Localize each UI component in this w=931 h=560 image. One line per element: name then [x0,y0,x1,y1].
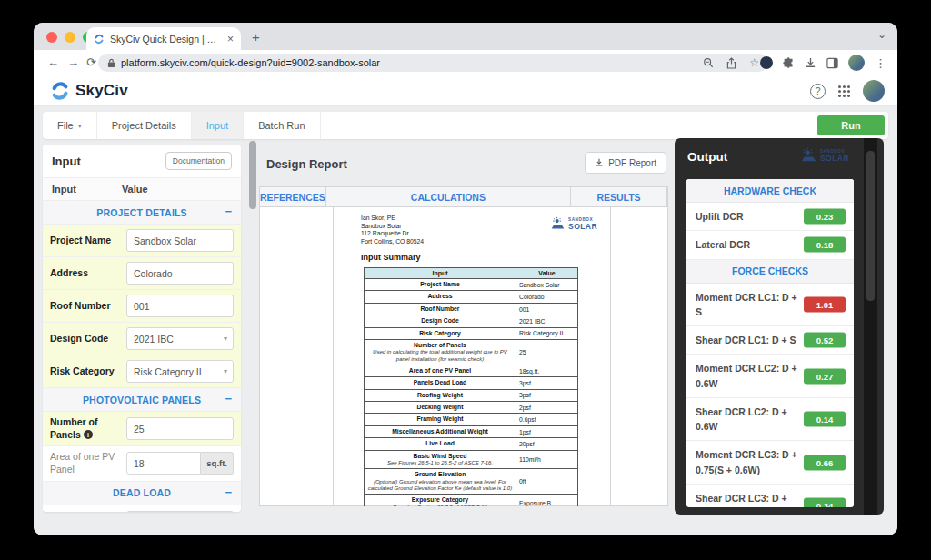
extensions-puzzle-icon[interactable] [783,57,795,69]
screenshot-frame: SkyCiv Quick Design | SkyCiv × + ⌄ ← → ⟳… [0,0,931,560]
back-button[interactable]: ← [47,55,59,69]
collapse-minus-icon[interactable]: − [225,485,232,499]
browser-tab-strip: SkyCiv Quick Design | SkyCiv × + ⌄ [34,23,897,50]
section-title: PHOTOVOLTAIC PANELS [83,395,201,405]
input-area-of-one-pv-panel[interactable] [126,452,201,475]
report-grid: REFERENCES CALCULATIONS RESULTS Ian Skor… [259,186,668,506]
sun-panel-icon [800,147,817,165]
browser-profile-avatar[interactable] [848,55,865,71]
output-title: Output [687,150,727,164]
info-icon[interactable]: i [84,430,93,439]
skyciv-favicon [94,34,105,45]
zoom-page-icon[interactable] [703,57,714,68]
input-group: psf [126,511,234,512]
output-scrollbar-thumb[interactable] [866,151,875,301]
collapse-minus-icon[interactable]: − [225,205,232,218]
summary-row-label: Address [365,291,516,303]
close-tab-icon[interactable]: × [227,33,234,45]
help-icon[interactable]: ? [810,84,826,99]
downloads-icon[interactable] [805,57,816,69]
chevron-down-icon: ▾ [224,335,227,343]
section-header-project-details[interactable]: PROJECT DETAILS− [43,201,241,225]
sidebar-icon[interactable] [826,57,838,69]
summary-row-label: Miscellaneous Additional Weight [365,425,516,437]
input-row-value [126,229,234,252]
chevron-down-icon[interactable]: ⌄ [877,28,886,41]
column-header-value: Value [113,178,157,200]
address-bar[interactable]: platform.skyciv.com/quick-design?uid=900… [98,54,768,72]
input-row-number-of-panels: Number of Panelsi [43,412,241,446]
new-tab-button[interactable]: + [252,29,260,45]
table-row: Framing Weight0.6psf [365,414,578,425]
select-design-code[interactable]: 2021 IBC▾ [126,327,234,350]
report-grid-header: REFERENCES CALCULATIONS RESULTS [260,187,667,207]
browser-menu-icon[interactable]: ⋮ [875,56,886,70]
summary-row-value: 20psf [516,438,578,450]
minimize-window-button[interactable] [65,32,75,43]
summary-row-value: 0.6psf [516,414,578,425]
user-avatar[interactable] [863,80,885,102]
reload-button[interactable]: ⟳ [86,55,96,69]
close-window-button[interactable] [46,32,57,43]
input-address[interactable] [126,262,234,285]
output-checks-card: HARDWARE CHECKUplift DCR0.23Lateral DCR0… [686,179,854,507]
table-row: Exposure CategoryBased on Section 26.7.3… [365,495,578,506]
section-header-dead-load[interactable]: DEAD LOAD− [43,482,241,505]
check-label: Uplift DCR [696,209,744,224]
app-header-actions: ? [810,80,885,102]
pdf-report-button[interactable]: PDF Report [585,152,666,174]
tab-file[interactable]: File▾ [43,112,97,139]
summary-label-text: Risk Category [367,330,513,337]
summary-row-label: Number of PanelsUsed in calculating the … [365,340,516,365]
sun-panel-icon [550,216,566,232]
collapse-minus-icon[interactable]: − [225,392,232,405]
input-row-label: Design Code [50,333,126,345]
output-scrollbar-track[interactable] [864,138,877,515]
input-panels-dead-load[interactable] [126,511,209,512]
table-row: Number of PanelsUsed in calculating the … [365,340,578,365]
tab-project-details[interactable]: Project Details [97,112,192,139]
summary-label-text: Panels Dead Load [367,379,513,386]
browser-tab[interactable]: SkyCiv Quick Design | SkyCiv × [86,27,241,50]
table-row: Live Load20psf [365,438,578,450]
table-row: Roofing Weight3psf [365,389,578,401]
summary-row-label: Decking Weight [365,402,516,414]
pdf-report-label: PDF Report [608,158,656,168]
apps-grid-icon[interactable] [838,85,850,97]
input-row-value [126,295,234,317]
summary-row-label: Panels Dead Load [365,377,516,389]
url-path: /quick-design?uid=9002-sandbox-solar [208,57,380,68]
input-number-of-panels[interactable] [126,417,234,440]
documentation-button[interactable]: Documentation [165,152,232,170]
input-roof-number[interactable] [126,295,234,317]
section-header-photovoltaic-panels[interactable]: PHOTOVOLTAIC PANELS− [43,388,241,412]
summary-label-text: Roofing Weight [367,392,513,399]
check-row-moment-dcr-lc3-d-0-75-s-0-6w: Moment DCR LC3: D + 0.75(S + 0.6W)0.66 [686,441,854,485]
vertical-scrollbar-thumb[interactable] [249,141,256,209]
url-text: platform.skyciv.com/quick-design?uid=900… [121,57,697,68]
skyciv-brand[interactable]: SkyCiv [50,81,128,101]
select-risk-category[interactable]: Risk Category II▾ [126,360,234,383]
table-row: Project NameSandbox Solar [365,279,578,291]
tab-input[interactable]: Input [192,112,244,139]
input-group: sq.ft. [126,452,234,475]
extension-icon[interactable] [760,56,773,69]
summary-row-value: 2021 IBC [516,315,578,327]
summary-label-text: Basic Wind Speed [367,453,513,460]
input-project-name[interactable] [126,229,234,252]
input-row-label: Roof Number [50,300,126,313]
run-button[interactable]: Run [817,115,885,135]
check-label: Shear DCR LC3: D + 0.75(S + 0.6W) [696,491,797,507]
forward-button[interactable]: → [67,55,79,69]
page-tab-bar: File▾Project DetailsInputBatch Run Run [43,112,888,139]
letterhead-line: Ian Skor, PE [361,215,424,223]
summary-row-value: Risk Category II [516,327,578,339]
summary-label-text: Roof Number [367,305,513,313]
summary-label-note: Used in calculating the total additional… [367,349,513,362]
tab-batch-run[interactable]: Batch Run [244,112,320,139]
share-icon[interactable] [726,57,736,69]
check-label: Moment DCR LC2: D + 0.6W [696,361,797,391]
tab-label: Batch Run [258,120,305,131]
bookmark-star-icon[interactable]: ☆ [749,56,759,69]
input-row-panels-dead-load: Panels Dead Loadpsf [43,505,241,512]
